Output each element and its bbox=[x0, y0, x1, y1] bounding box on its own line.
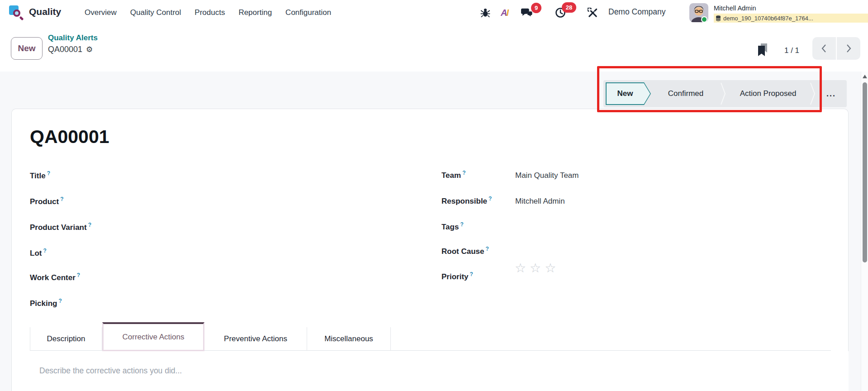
breadcrumb: QA00001 ⚙ bbox=[48, 45, 93, 54]
database-badge[interactable]: demo_190_10740b64f87e_1764... bbox=[714, 14, 868, 23]
help-question-mark: ? bbox=[489, 196, 492, 202]
field-label-lot: Lot? bbox=[30, 248, 47, 258]
user-name[interactable]: Mitchell Admin bbox=[714, 5, 756, 12]
help-question-mark: ? bbox=[462, 170, 465, 176]
priority-stars: ☆☆☆ bbox=[515, 262, 560, 275]
field-label-picking: Picking? bbox=[30, 298, 62, 308]
scrollbar-track[interactable] bbox=[861, 72, 868, 391]
editor-placeholder: Describe the corrective actions you did.… bbox=[39, 366, 182, 376]
database-icon bbox=[716, 15, 721, 21]
tab-miscellaneous[interactable]: Miscellaneous bbox=[307, 327, 391, 350]
chevron-right-icon bbox=[845, 43, 852, 53]
pager-next-button[interactable] bbox=[837, 37, 860, 60]
menu-products[interactable]: Products bbox=[194, 8, 225, 17]
menu-overview[interactable]: Overview bbox=[85, 8, 117, 17]
online-status-dot bbox=[701, 16, 707, 23]
help-question-mark: ? bbox=[470, 271, 473, 277]
tools-icon[interactable] bbox=[587, 7, 598, 19]
field-label-title: Title? bbox=[30, 170, 50, 181]
statusbar-more-button[interactable]: ... bbox=[816, 82, 847, 105]
field-label-tags: Tags? bbox=[441, 221, 464, 232]
help-question-mark: ? bbox=[43, 248, 46, 254]
field-label-work-center: Work Center? bbox=[30, 272, 80, 282]
team-value[interactable]: Main Quality Team bbox=[515, 171, 579, 180]
pager bbox=[812, 37, 860, 60]
menu-reporting[interactable]: Reporting bbox=[238, 8, 272, 17]
control-panel: New Quality Alerts QA00001 ⚙ 1 / 1 bbox=[0, 25, 868, 72]
scrollbar-up-arrow-icon[interactable] bbox=[863, 75, 867, 78]
field-label-team: Team? bbox=[441, 170, 466, 180]
magnifier-icon bbox=[13, 10, 20, 17]
new-button[interactable]: New bbox=[11, 37, 43, 60]
gear-icon[interactable]: ⚙ bbox=[86, 46, 93, 53]
statusbar: New Confirmed Action Proposed ... bbox=[603, 80, 847, 107]
bug-icon[interactable] bbox=[479, 7, 491, 19]
form-sheet: QA00001 Title? Product? Product Variant?… bbox=[11, 109, 849, 391]
ai-letter-i: I bbox=[506, 8, 509, 18]
quality-app-icon[interactable] bbox=[9, 5, 24, 21]
star-icon[interactable]: ☆ bbox=[515, 261, 530, 275]
bookmark-icon[interactable] bbox=[757, 43, 768, 59]
menu-configuration[interactable]: Configuration bbox=[285, 8, 331, 17]
database-name: demo_190_10740b64f87e_1764... bbox=[723, 15, 813, 22]
company-switcher[interactable]: Demo Company bbox=[608, 7, 665, 17]
statusbar-step-action-proposed[interactable]: Action Proposed bbox=[726, 80, 810, 107]
field-label-root-cause: Root Cause? bbox=[441, 246, 489, 256]
help-question-mark: ? bbox=[47, 170, 50, 176]
help-question-mark: ? bbox=[88, 222, 91, 228]
help-question-mark: ? bbox=[460, 221, 463, 228]
statusbar-step-new[interactable]: New bbox=[606, 82, 651, 105]
field-label-responsible: Responsible? bbox=[441, 196, 492, 206]
record-title: QA00001 bbox=[30, 126, 109, 148]
messages-badge[interactable]: 9 bbox=[531, 3, 541, 13]
app-name[interactable]: Quality bbox=[29, 6, 61, 17]
help-question-mark: ? bbox=[58, 298, 62, 304]
step-label: New bbox=[606, 82, 645, 105]
field-label-priority: Priority? bbox=[441, 271, 473, 281]
scrollbar-thumb[interactable] bbox=[863, 82, 867, 262]
step-separator-icon bbox=[810, 81, 816, 106]
field-label-product-variant: Product Variant? bbox=[30, 222, 91, 232]
field-label-product: Product? bbox=[30, 196, 64, 206]
statusbar-step-confirmed[interactable]: Confirmed bbox=[651, 80, 721, 107]
breadcrumb-current: QA00001 bbox=[48, 45, 82, 54]
main-menu: Overview Quality Control Products Report… bbox=[85, 0, 331, 25]
top-navbar: Quality Overview Quality Control Product… bbox=[0, 0, 868, 25]
help-question-mark: ? bbox=[60, 196, 63, 202]
step-separator-icon bbox=[721, 81, 726, 106]
activities-badge[interactable]: 28 bbox=[562, 2, 576, 13]
tab-corrective-actions[interactable]: Corrective Actions bbox=[102, 322, 204, 351]
help-question-mark: ? bbox=[485, 246, 489, 252]
tab-preventive-actions[interactable]: Preventive Actions bbox=[204, 327, 307, 350]
menu-quality-control[interactable]: Quality Control bbox=[130, 8, 181, 17]
corrective-actions-editor[interactable]: Describe the corrective actions you did.… bbox=[12, 351, 849, 391]
tab-description[interactable]: Description bbox=[30, 327, 102, 350]
help-question-mark: ? bbox=[77, 272, 80, 278]
ai-icon[interactable]: AI bbox=[499, 7, 511, 19]
chevron-left-icon bbox=[821, 43, 827, 53]
breadcrumb-parent[interactable]: Quality Alerts bbox=[48, 33, 98, 43]
star-icon[interactable]: ☆ bbox=[545, 261, 560, 275]
pager-count: 1 / 1 bbox=[784, 46, 799, 55]
star-icon[interactable]: ☆ bbox=[530, 261, 545, 275]
pager-previous-button[interactable] bbox=[812, 37, 836, 60]
responsible-value[interactable]: Mitchell Admin bbox=[515, 197, 565, 206]
magnifier-handle bbox=[19, 16, 24, 21]
